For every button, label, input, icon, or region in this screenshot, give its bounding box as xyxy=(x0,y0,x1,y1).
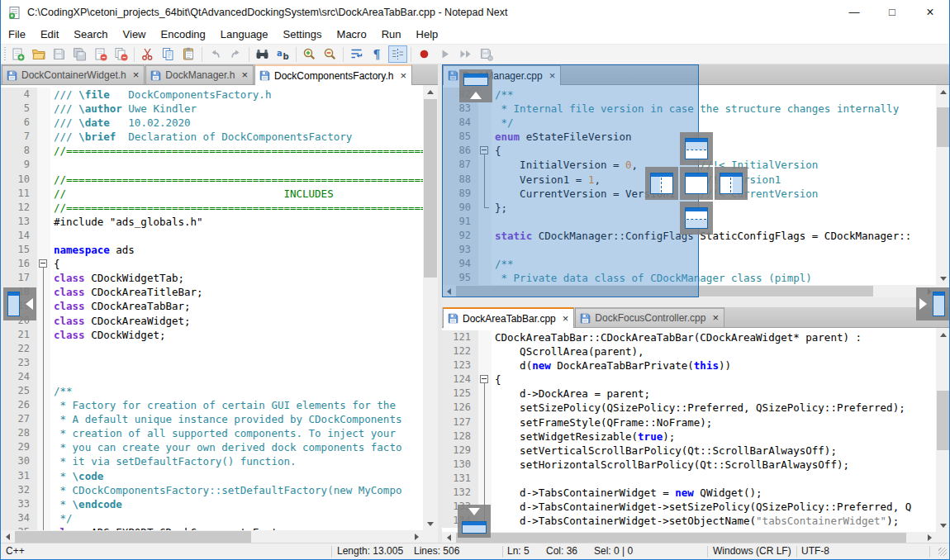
open-file-button[interactable] xyxy=(29,45,48,63)
menu-run[interactable]: Run xyxy=(374,25,409,44)
scrollbar-thumb[interactable] xyxy=(15,531,251,543)
scroll-up-button[interactable] xyxy=(936,85,950,98)
edge-bottom-indicator[interactable] xyxy=(458,505,491,538)
code-text[interactable]: d->TabsContainerWidget->setObjectName("t… xyxy=(492,514,899,528)
fold-collapse-icon[interactable] xyxy=(39,259,47,268)
code-text[interactable] xyxy=(50,158,54,172)
close-all-button[interactable] xyxy=(112,45,131,63)
scroll-left-button[interactable] xyxy=(1,530,14,543)
editor-dockcomponentsfactory[interactable]: 4/// \file DockComponentsFactory.h5/// \… xyxy=(1,85,438,543)
tab-DockFocusController.cpp[interactable]: DockFocusController.cpp× xyxy=(575,307,724,327)
tab-close-icon[interactable]: × xyxy=(133,70,140,80)
code-text[interactable]: d(new DockAreaTabBarPrivate(this)) xyxy=(492,358,731,373)
code-text[interactable]: * A default unique instance provided by … xyxy=(50,412,401,426)
tab-close-icon[interactable]: × xyxy=(712,313,719,323)
scrollbar-thumb[interactable] xyxy=(424,99,437,278)
code-text[interactable]: class CDockWidgetTab; xyxy=(50,271,184,285)
horizontal-splitter[interactable] xyxy=(442,297,950,307)
dock-center-indicator[interactable] xyxy=(680,167,713,200)
code-text[interactable]: * creation of all supported components. … xyxy=(50,426,396,440)
code-text[interactable]: QScrollArea(parent), xyxy=(492,344,644,358)
save-button[interactable] xyxy=(50,45,69,63)
save-macro-button[interactable] xyxy=(477,45,496,63)
dock-bottom-indicator[interactable] xyxy=(680,202,713,235)
play-macro-button[interactable] xyxy=(435,45,454,63)
scrollbar-thumb[interactable] xyxy=(456,533,906,543)
horizontal-scrollbar[interactable] xyxy=(1,530,423,543)
menu-macro[interactable]: Macro xyxy=(330,25,374,44)
status-eol-mode[interactable]: Windows (CR LF) xyxy=(713,545,791,557)
tab-close-icon[interactable]: × xyxy=(241,70,248,80)
menu-encoding[interactable]: Encoding xyxy=(154,25,213,44)
code-text[interactable]: /// \brief Declaration of DockComponents… xyxy=(50,130,352,144)
undo-button[interactable] xyxy=(206,45,225,63)
scroll-up-button[interactable] xyxy=(936,328,950,341)
code-text[interactable]: //======================================… xyxy=(50,173,423,187)
scroll-up-button[interactable] xyxy=(423,85,438,98)
scrollbar-thumb[interactable] xyxy=(937,107,950,147)
paste-button[interactable] xyxy=(179,45,198,63)
dock-left-indicator[interactable] xyxy=(645,167,678,200)
code-text[interactable]: setSizePolicy(QSizePolicy::Preferred, QS… xyxy=(492,401,905,415)
code-text[interactable]: // INCLUDES xyxy=(50,187,334,201)
redo-button[interactable] xyxy=(226,45,245,63)
tab-DockAreaTabBar.cpp[interactable]: DockAreaTabBar.cpp× xyxy=(443,307,574,328)
editor-dockareatabbar[interactable]: 121CDockAreaTabBar::CDockAreaTabBar(CDoc… xyxy=(442,328,950,543)
show-all-characters-button[interactable]: ¶ xyxy=(368,45,387,63)
code-text[interactable]: class CDockWidget; xyxy=(50,328,165,342)
tab-close-icon[interactable]: × xyxy=(563,314,569,324)
code-text[interactable]: setWidgetResizable(true); xyxy=(492,429,675,444)
fold-margin[interactable] xyxy=(478,373,492,387)
tab-DockContainerWidget.h[interactable]: DockContainerWidget.h× xyxy=(2,64,145,84)
zoom-in-button[interactable] xyxy=(300,45,319,63)
code-text[interactable]: /// \date 10.02.2020 xyxy=(50,116,191,130)
fold-margin[interactable] xyxy=(37,257,50,271)
cut-button[interactable] xyxy=(138,45,157,63)
new-file-button[interactable] xyxy=(8,45,27,63)
status-language[interactable]: C++ xyxy=(6,545,25,557)
code-text[interactable]: /// \author Uwe Kindler xyxy=(50,102,197,116)
code-text[interactable]: class CDockAreaWidget; xyxy=(50,314,191,328)
code-text[interactable]: { xyxy=(492,373,501,387)
tab-DockManager.h[interactable]: DockManager.h× xyxy=(145,64,254,84)
tab-close-icon[interactable]: × xyxy=(400,71,406,81)
menu-search[interactable]: Search xyxy=(66,25,115,44)
code-text[interactable]: /// \file DockComponentsFactory.h xyxy=(50,88,271,102)
code-text[interactable]: */ xyxy=(50,511,73,525)
menu-language[interactable]: Language xyxy=(213,25,276,44)
code-text[interactable]: * CDockComponentsFactory::setDefaultFact… xyxy=(50,483,401,497)
scrollbar-thumb[interactable] xyxy=(937,391,950,450)
scroll-down-button[interactable] xyxy=(936,272,950,285)
code-text[interactable]: * it via setDefaultFactory() function. xyxy=(50,454,297,468)
tab-DockComponentsFactory.h[interactable]: DockComponentsFactory.h× xyxy=(254,64,412,85)
scroll-down-button[interactable] xyxy=(936,519,950,532)
code-text[interactable]: CDockAreaTabBar::CDockAreaTabBar(CDockAr… xyxy=(492,330,862,344)
scroll-right-button[interactable] xyxy=(410,530,423,543)
menu-edit[interactable]: Edit xyxy=(33,25,66,44)
vertical-scrollbar[interactable] xyxy=(936,328,950,532)
code-view[interactable]: 4/// \file DockComponentsFactory.h5/// \… xyxy=(1,85,423,530)
code-text[interactable]: * \endcode xyxy=(50,497,122,511)
code-text[interactable]: setFrameStyle(QFrame::NoFrame); xyxy=(492,415,712,429)
vertical-scrollbar[interactable] xyxy=(936,85,950,285)
code-text[interactable] xyxy=(50,370,54,384)
word-wrap-button[interactable] xyxy=(347,45,366,63)
menu-view[interactable]: View xyxy=(116,25,154,44)
code-text[interactable]: setVerticalScrollBarPolicy(Qt::ScrollBar… xyxy=(492,444,837,458)
close-button[interactable] xyxy=(91,45,110,63)
code-text[interactable]: * Factory for creation of certain GUI el… xyxy=(50,398,396,412)
edge-right-indicator[interactable] xyxy=(916,287,949,320)
code-text[interactable]: * you can create your own derived dock c… xyxy=(50,440,401,454)
fold-collapse-icon[interactable] xyxy=(480,375,488,383)
status-encoding[interactable]: UTF-8 xyxy=(801,545,829,557)
code-text[interactable]: #include "ads_globals.h" xyxy=(50,215,203,229)
scroll-left-button[interactable] xyxy=(442,532,455,543)
maximize-button[interactable]: □ xyxy=(873,0,911,25)
zoom-out-button[interactable] xyxy=(321,45,340,63)
save-all-button[interactable] xyxy=(70,45,89,63)
code-text[interactable]: d->DockArea = parent; xyxy=(492,387,650,401)
indentation-guides-button[interactable] xyxy=(388,45,407,63)
resize-grip[interactable] xyxy=(938,548,947,556)
menu-settings[interactable]: Settings xyxy=(276,25,330,44)
replace-button[interactable]: ab xyxy=(273,45,292,63)
